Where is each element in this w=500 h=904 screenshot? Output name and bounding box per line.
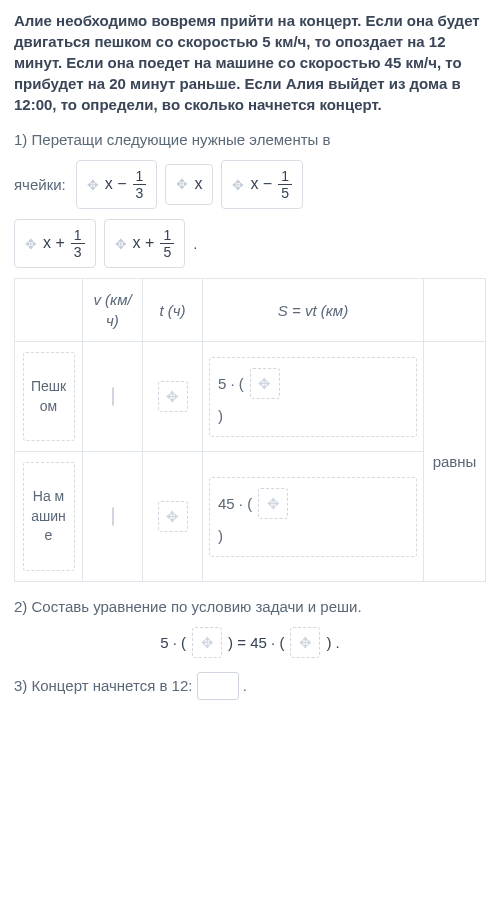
walk-s-cell: 5 · ( ✥ ) <box>209 357 417 437</box>
car-t-drop[interactable]: ✥ <box>158 501 188 532</box>
step3-pre: 3) Концерт начнется в 12: <box>14 676 192 693</box>
chip-text: x + <box>133 232 155 254</box>
walk-v-input[interactable] <box>112 387 114 406</box>
walk-s-close: ) <box>218 405 223 426</box>
step1-text: 1) Перетащи следующие нужные элементы в <box>14 129 486 150</box>
fraction-1-3: 1 3 <box>133 169 147 200</box>
cells-label: ячейки: <box>14 174 66 195</box>
eq-mid: ) = 45 · ( <box>228 632 284 653</box>
fraction-1-5: 1 5 <box>160 228 174 259</box>
chip-x-plus-1-5[interactable]: ✥ x + 1 5 <box>104 219 186 268</box>
chip-text: x − <box>105 173 127 195</box>
row-label-car: На машине <box>23 462 75 571</box>
eq-rhs: ) . <box>326 632 339 653</box>
step3-post: . <box>243 676 247 693</box>
move-icon: ✥ <box>25 237 37 251</box>
eq-drop-left[interactable]: ✥ <box>192 627 222 658</box>
equal-label: равны <box>424 342 486 582</box>
chip-x-minus-1-5[interactable]: ✥ x − 1 5 <box>221 160 303 209</box>
dot: . <box>193 233 197 254</box>
car-s-drop[interactable]: ✥ <box>258 488 288 519</box>
move-icon: ✥ <box>87 178 99 192</box>
col-s: S = vt (км) <box>203 279 424 342</box>
move-icon: ✥ <box>232 178 244 192</box>
walk-s-drop[interactable]: ✥ <box>250 368 280 399</box>
chip-x-minus-1-3[interactable]: ✥ x − 1 3 <box>76 160 158 209</box>
walk-s-pre: 5 · ( <box>218 373 244 394</box>
chip-text: x + <box>43 232 65 254</box>
fraction-1-3: 1 3 <box>71 228 85 259</box>
col-v: v (км/ч) <box>83 279 143 342</box>
car-s-close: ) <box>218 525 223 546</box>
car-s-cell: 45 · ( ✥ ) <box>209 477 417 557</box>
chip-x-plus-1-3[interactable]: ✥ x + 1 3 <box>14 219 96 268</box>
eq-lhs: 5 · ( <box>160 632 186 653</box>
row-label-walk: Пешком <box>23 352 75 441</box>
car-s-pre: 45 · ( <box>218 493 252 514</box>
answer-time-input[interactable] <box>197 672 239 700</box>
chip-x[interactable]: ✥ x <box>165 164 213 204</box>
walk-t-drop[interactable]: ✥ <box>158 381 188 412</box>
move-icon: ✥ <box>176 177 188 191</box>
move-icon: ✥ <box>115 237 127 251</box>
chip-text: x − <box>250 173 272 195</box>
step2-text: 2) Составь уравнение по условию задачи и… <box>14 596 486 617</box>
fraction-1-5: 1 5 <box>278 169 292 200</box>
equation-row: 5 · ( ✥ ) = 45 · ( ✥ ) . <box>14 627 486 658</box>
chip-text: x <box>194 173 202 195</box>
col-t: t (ч) <box>143 279 203 342</box>
data-table: v (км/ч) t (ч) S = vt (км) Пешком ✥ 5 · … <box>14 278 486 582</box>
chip-row-2: ✥ x + 1 3 ✥ x + 1 5 . <box>14 219 486 268</box>
problem-statement: Алие необходимо вовремя прийти на концер… <box>14 10 486 115</box>
car-v-input[interactable] <box>112 507 114 526</box>
eq-drop-right[interactable]: ✥ <box>290 627 320 658</box>
step3-row: 3) Концерт начнется в 12: . <box>14 672 486 700</box>
chip-row-1: ячейки: ✥ x − 1 3 ✥ x ✥ x − 1 5 <box>14 160 486 209</box>
